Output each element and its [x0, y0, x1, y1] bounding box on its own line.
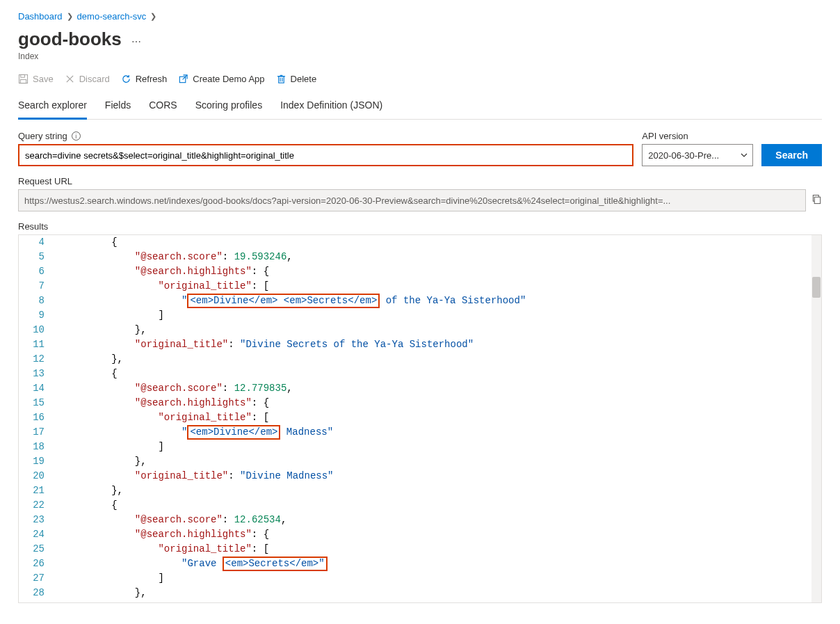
tab-bar: Search explorerFieldsCORSScoring profile…: [18, 94, 822, 120]
results-editor[interactable]: 4567891011121314151617181920212223242526…: [18, 234, 822, 603]
code-line: ]: [65, 308, 821, 323]
chevron-down-icon: [740, 151, 748, 159]
code-line: "@search.highlights": {: [65, 527, 821, 542]
svg-rect-7: [278, 77, 284, 83]
code-line: "@search.highlights": {: [65, 396, 821, 410]
refresh-icon: [121, 74, 131, 84]
copy-button[interactable]: [811, 194, 822, 207]
copy-icon: [811, 194, 822, 205]
code-line: "original_title": [: [65, 279, 821, 294]
create-demo-button[interactable]: Create Demo App: [178, 74, 264, 84]
code-line: ]: [65, 571, 821, 586]
scrollbar[interactable]: [811, 235, 821, 602]
more-menu-icon[interactable]: ⋯: [131, 36, 142, 47]
svg-rect-12: [814, 197, 820, 203]
code-line: "@search.score": 12.62534,: [65, 513, 821, 527]
code-line: {: [65, 235, 821, 250]
save-icon: [18, 74, 29, 84]
tab-cors[interactable]: CORS: [149, 94, 177, 119]
discard-button[interactable]: Discard: [65, 74, 110, 84]
scrollbar-thumb[interactable]: [812, 277, 821, 298]
api-version-select[interactable]: 2020-06-30-Pre...: [642, 144, 753, 166]
chevron-right-icon: ❯: [150, 12, 156, 21]
command-bar: Save Discard Refresh Create Demo App Del…: [18, 74, 822, 91]
code-line: "Grave <em>Secrets</em>": [65, 557, 821, 571]
code-line: "@search.score": 12.779835,: [65, 381, 821, 396]
query-label: Query string: [18, 131, 67, 141]
code-line: },: [65, 352, 821, 367]
code-line: },: [65, 586, 821, 600]
query-string-input[interactable]: [18, 144, 633, 166]
refresh-button[interactable]: Refresh: [121, 74, 168, 84]
code-line: },: [65, 483, 821, 498]
code-line: "original_title": "Divine Secrets of the…: [65, 337, 821, 352]
code-line: "@search.highlights": {: [65, 264, 821, 279]
open-external-icon: [178, 74, 188, 84]
breadcrumb: Dashboard ❯ demo-search-svc ❯: [18, 7, 822, 26]
breadcrumb-service[interactable]: demo-search-svc: [77, 11, 147, 22]
delete-button[interactable]: Delete: [276, 74, 317, 84]
chevron-right-icon: ❯: [67, 12, 73, 21]
code-line: "@search.score": 19.593246,: [65, 250, 821, 264]
code-line: {: [65, 367, 821, 381]
code-line: "original_title": "Divine Madness": [65, 469, 821, 483]
page-title: good-books: [18, 29, 122, 50]
code-line: {: [65, 498, 821, 513]
close-icon: [65, 74, 75, 84]
trash-icon: [276, 74, 286, 84]
api-version-label: API version: [642, 131, 688, 141]
tab-fields[interactable]: Fields: [105, 94, 131, 119]
line-number-gutter: 4567891011121314151617181920212223242526…: [19, 235, 52, 602]
code-line: },: [65, 323, 821, 337]
glyph-margin: [52, 235, 65, 602]
page-subtitle: Index: [18, 51, 822, 61]
tab-index-definition-json-[interactable]: Index Definition (JSON): [280, 94, 382, 119]
info-icon[interactable]: i: [72, 131, 81, 141]
code-line: "original_title": [: [65, 542, 821, 557]
code-line: "<em>Divine</em> <em>Secrets</em> of the…: [65, 294, 821, 308]
code-line: },: [65, 454, 821, 469]
request-url-label: Request URL: [18, 176, 72, 186]
code-line: "<em>Divine</em> Madness": [65, 425, 821, 440]
svg-rect-2: [20, 79, 26, 83]
code-line: ]: [65, 440, 821, 454]
code-line: "original_title": [: [65, 410, 821, 425]
search-button[interactable]: Search: [761, 144, 822, 166]
save-button[interactable]: Save: [18, 74, 54, 84]
tab-scoring-profiles[interactable]: Scoring profiles: [195, 94, 263, 119]
svg-line-6: [183, 75, 188, 80]
svg-rect-1: [21, 74, 25, 77]
code-body[interactable]: { "@search.score": 19.593246, "@search.h…: [65, 235, 821, 602]
request-url-display: https://westus2.search.windows.net/index…: [18, 189, 806, 211]
tab-search-explorer[interactable]: Search explorer: [18, 94, 87, 120]
results-label: Results: [18, 221, 822, 232]
breadcrumb-dashboard[interactable]: Dashboard: [18, 11, 63, 22]
